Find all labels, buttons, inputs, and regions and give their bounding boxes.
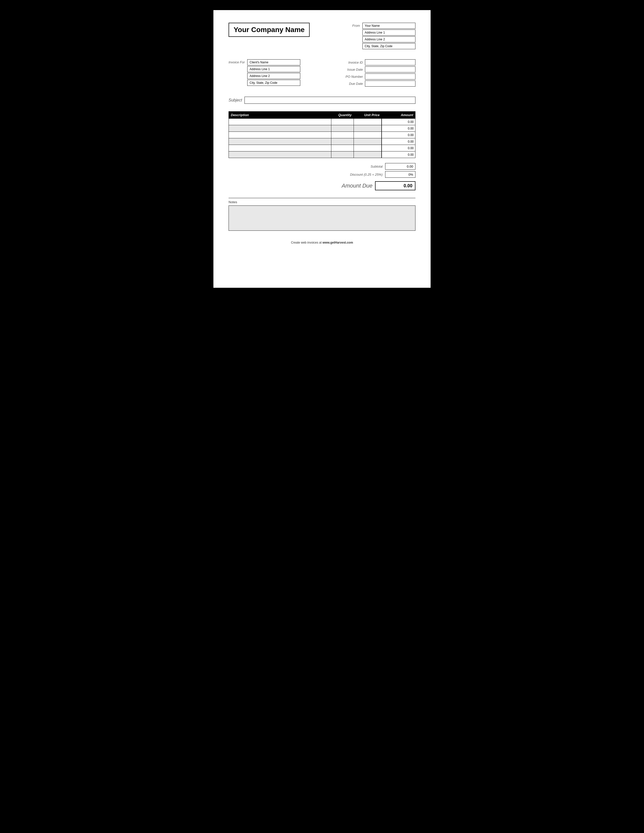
- items-table: Description Quantity Unit Price Amount 0…: [229, 111, 415, 158]
- invoice-for-label: Invoice For: [229, 60, 245, 64]
- subject-section: Subject: [229, 96, 415, 104]
- from-address1-field[interactable]: Address Line 1: [362, 29, 415, 35]
- issue-date-row: Issue Date: [343, 66, 415, 72]
- from-name-field[interactable]: Your Name: [362, 23, 415, 29]
- row-4-description[interactable]: [229, 145, 331, 151]
- row-4-amount: 0.00: [382, 145, 415, 151]
- unit-price-header: Unit Price: [354, 112, 382, 119]
- header-section: Your Company Name From Your Name Address…: [229, 23, 415, 49]
- client-city-field[interactable]: City, State, Zip Code: [247, 80, 300, 86]
- from-section: From Your Name Address Line 1 Address Li…: [352, 23, 415, 49]
- row-4-unit-price[interactable]: [354, 145, 382, 151]
- amount-due-row: Amount Due 0.00: [342, 181, 415, 190]
- row-2-amount: 0.00: [382, 132, 415, 138]
- notes-label: Notes: [229, 200, 415, 204]
- bill-to-fields: Client's Name Address Line 1 Address Lin…: [247, 60, 300, 86]
- row-3-description[interactable]: [229, 138, 331, 145]
- invoice-for-section: Invoice For Client's Name Address Line 1…: [229, 60, 300, 86]
- company-name[interactable]: Your Company Name: [229, 23, 310, 37]
- table-row: 0.00: [229, 145, 415, 151]
- invoice-id-label: Invoice ID: [343, 61, 363, 64]
- quantity-header: Quantity: [331, 112, 354, 119]
- from-fields: Your Name Address Line 1 Address Line 2 …: [362, 23, 415, 49]
- from-label: From: [352, 24, 360, 27]
- description-header: Description: [229, 112, 331, 119]
- po-number-field[interactable]: [365, 74, 415, 79]
- row-2-description[interactable]: [229, 132, 331, 138]
- client-name-field[interactable]: Client's Name: [247, 60, 300, 65]
- po-number-row: PO Number: [343, 74, 415, 79]
- issue-date-field[interactable]: [365, 66, 415, 72]
- footer: Create web invoices at www.getHarvest.co…: [229, 241, 415, 244]
- row-3-quantity[interactable]: [331, 138, 354, 145]
- table-header-row: Description Quantity Unit Price Amount: [229, 112, 415, 119]
- client-address2-field[interactable]: Address Line 2: [247, 73, 300, 79]
- amount-due-label: Amount Due: [342, 182, 372, 189]
- client-address1-field[interactable]: Address Line 1: [247, 66, 300, 72]
- row-5-unit-price[interactable]: [354, 151, 382, 158]
- row-5-quantity[interactable]: [331, 151, 354, 158]
- invoice-details-section: Invoice ID Issue Date PO Number Due Date: [343, 60, 415, 87]
- table-row: 0.00: [229, 125, 415, 132]
- issue-date-label: Issue Date: [343, 68, 363, 71]
- row-2-unit-price[interactable]: [354, 132, 382, 138]
- row-1-description[interactable]: [229, 125, 331, 132]
- subtotal-label: Subtotal: [342, 165, 383, 168]
- footer-text: Create web invoices at: [291, 241, 322, 244]
- invoice-id-row: Invoice ID: [343, 60, 415, 65]
- subject-field[interactable]: [245, 96, 415, 104]
- row-3-amount: 0.00: [382, 138, 415, 145]
- notes-field[interactable]: [229, 206, 415, 231]
- row-1-quantity[interactable]: [331, 125, 354, 132]
- row-4-quantity[interactable]: [331, 145, 354, 151]
- due-date-label: Due Date: [343, 82, 363, 85]
- totals-container: Subtotal 0.00 Discount (0.25 = 25%) 0% A…: [342, 163, 415, 190]
- table-row: 0.00: [229, 151, 415, 158]
- table-row: 0.00: [229, 132, 415, 138]
- row-5-amount: 0.00: [382, 151, 415, 158]
- subtotal-value[interactable]: 0.00: [385, 163, 415, 170]
- amount-header: Amount: [382, 112, 415, 119]
- notes-divider: [229, 198, 415, 198]
- row-0-unit-price[interactable]: [354, 119, 382, 125]
- discount-label: Discount (0.25 = 25%): [342, 173, 383, 177]
- row-2-quantity[interactable]: [331, 132, 354, 138]
- from-city-field[interactable]: City, State, Zip Code: [362, 43, 415, 49]
- discount-value[interactable]: 0%: [385, 171, 415, 178]
- totals-section: Subtotal 0.00 Discount (0.25 = 25%) 0% A…: [229, 163, 415, 190]
- due-date-row: Due Date: [343, 80, 415, 87]
- table-row: 0.00: [229, 138, 415, 145]
- row-0-quantity[interactable]: [331, 119, 354, 125]
- invoice-id-field[interactable]: [365, 60, 415, 65]
- subject-label: Subject: [229, 98, 242, 103]
- po-number-label: PO Number: [343, 75, 363, 79]
- amount-due-value[interactable]: 0.00: [375, 181, 415, 190]
- from-address2-field[interactable]: Address Line 2: [362, 36, 415, 42]
- row-1-unit-price[interactable]: [354, 125, 382, 132]
- middle-section: Invoice For Client's Name Address Line 1…: [229, 60, 415, 87]
- row-5-description[interactable]: [229, 151, 331, 158]
- discount-row: Discount (0.25 = 25%) 0%: [342, 171, 415, 178]
- subtotal-row: Subtotal 0.00: [342, 163, 415, 170]
- row-1-amount: 0.00: [382, 125, 415, 132]
- row-0-description[interactable]: [229, 119, 331, 125]
- due-date-field[interactable]: [365, 80, 415, 87]
- table-row: 0.00: [229, 119, 415, 125]
- row-3-unit-price[interactable]: [354, 138, 382, 145]
- invoice-page: Your Company Name From Your Name Address…: [213, 10, 431, 288]
- row-0-amount: 0.00: [382, 119, 415, 125]
- footer-link[interactable]: www.getHarvest.com: [322, 241, 353, 244]
